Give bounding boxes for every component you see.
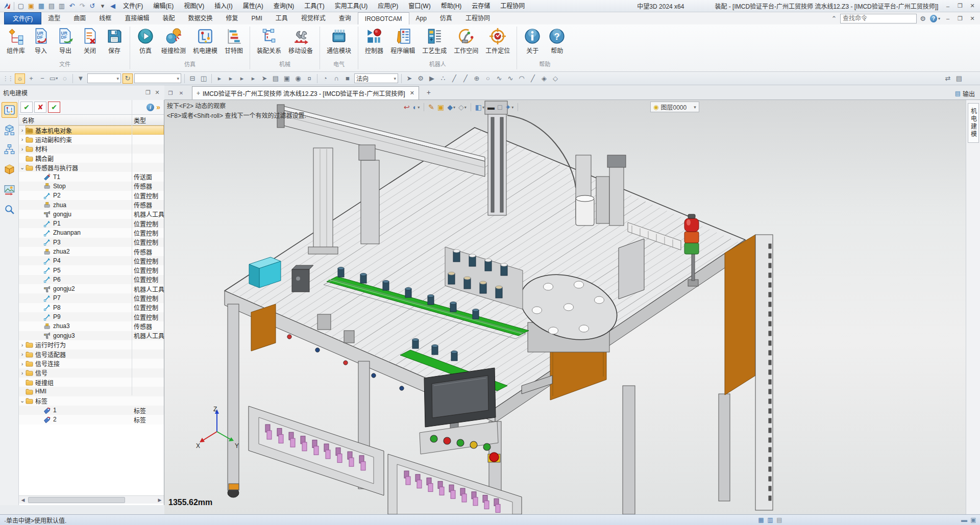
undo-icon[interactable]: ↶ <box>67 1 77 11</box>
pattern-a-icon[interactable]: ◈ <box>539 73 549 84</box>
tab-数据交换[interactable]: 数据交换 <box>181 12 219 24</box>
scroll-right-icon[interactable]: ▶ <box>156 496 164 504</box>
tree-row-P1[interactable]: P1位置控制 <box>19 219 164 228</box>
tree-row-Stop[interactable]: Stop传感器 <box>19 182 164 191</box>
tree-row-基本机电对象[interactable]: ›基本机电对象 <box>19 126 164 135</box>
multi-view-icon[interactable]: ✦▾ <box>505 103 514 111</box>
point-input-icon[interactable]: ∴ <box>438 73 448 84</box>
工件定位-button[interactable]: 工件定位 <box>482 26 513 56</box>
smart-select-icon[interactable]: ⚙ <box>415 73 426 84</box>
tree-row-P8[interactable]: P8位置控制 <box>19 303 164 312</box>
tab-造型[interactable]: 造型 <box>41 12 67 24</box>
tree-row-P5[interactable]: P5位置控制 <box>19 265 164 274</box>
exit-view-icon[interactable]: ↩ <box>404 103 410 111</box>
tab-PMI[interactable]: PMI <box>244 12 268 24</box>
polyline-input-icon[interactable]: ╱ <box>460 73 471 84</box>
search-input[interactable] <box>843 15 922 22</box>
tree-row-碰撞组[interactable]: 碰撞组 <box>19 378 164 387</box>
tree-row-传感器与执行器[interactable]: ⌄传感器与执行器 <box>19 163 164 172</box>
filter-icon[interactable]: ▼ <box>76 73 86 84</box>
layout-horizontal-icon[interactable]: ▬ <box>960 516 969 523</box>
expander-icon[interactable]: ⌄ <box>19 397 26 404</box>
compass-icon[interactable]: ◔ <box>320 73 330 84</box>
保存-button[interactable]: 保存 <box>103 26 126 56</box>
3d-model-canvas[interactable] <box>164 100 966 514</box>
tree-row-1[interactable]: 1标签 <box>19 406 164 415</box>
ref-plane-icon[interactable]: ▣ <box>437 103 444 111</box>
collapse-ribbon-icon[interactable]: ⌃ <box>829 13 839 23</box>
new-tab-button[interactable]: + <box>423 87 434 98</box>
menu-item-5[interactable]: 查询(N) <box>268 0 300 12</box>
scrollbar-thumb[interactable] <box>28 497 125 503</box>
arc-input-icon[interactable]: ◠ <box>517 73 527 84</box>
expander-icon[interactable]: ⌄ <box>19 164 26 171</box>
lasso-pick-icon[interactable]: ◌ <box>60 73 70 84</box>
window-pick-icon[interactable]: ▭▾ <box>48 73 59 84</box>
visual-manager-icon[interactable] <box>2 162 17 178</box>
tree-row-标签[interactable]: ⌄标签 <box>19 396 164 406</box>
print-icon[interactable]: ▤ <box>46 1 57 11</box>
menu-item-8[interactable]: 应用(P) <box>373 0 403 12</box>
mechatronics-manager-icon[interactable] <box>2 102 17 118</box>
tree-row-2[interactable]: 2标签 <box>19 415 164 424</box>
tree-row-P9[interactable]: P9位置控制 <box>19 312 164 321</box>
search-manager-icon[interactable] <box>2 202 17 217</box>
doc-close-button[interactable]: ✕ <box>967 14 978 23</box>
layer-visibility-icon[interactable]: ◉ <box>653 104 658 111</box>
tree-row-材料[interactable]: ›材料 <box>19 144 164 154</box>
tree-row-zhua2[interactable]: zhua2传感器 <box>19 247 164 256</box>
甘特图-button[interactable]: 甘特图 <box>222 26 246 56</box>
expander-icon[interactable]: › <box>19 342 26 348</box>
spline-input-icon[interactable]: ∿ <box>494 73 504 84</box>
doc-restore-icon[interactable]: ❐ <box>166 89 175 97</box>
save-file-icon[interactable]: ▦ <box>36 1 46 11</box>
pick-remove-icon[interactable]: − <box>37 73 47 84</box>
circle-input-icon[interactable]: ○ <box>483 73 493 84</box>
tab-工程协同[interactable]: 工程协同 <box>459 12 497 24</box>
tree-row-P7[interactable]: P7位置控制 <box>19 293 164 303</box>
menu-item-11[interactable]: 云存储 <box>467 0 495 12</box>
tree-row-P6[interactable]: P6位置控制 <box>19 275 164 284</box>
expander-icon[interactable]: › <box>19 351 26 357</box>
float-panel-icon[interactable]: ❐ <box>144 89 152 97</box>
tree-row-Zhuanpan[interactable]: Zhuanpan位置控制 <box>19 228 164 237</box>
ref-grid-icon[interactable]: ▦ <box>756 516 766 523</box>
document-tab[interactable]: + IMCD验证平台-广州工贸技师 流水线12.Z3 - [IMCD验证平台-广… <box>192 86 419 99</box>
tree-row-zhua3[interactable]: zhua3传感器 <box>19 321 164 331</box>
circle-center-icon[interactable]: ⊕ <box>472 73 482 84</box>
expander-icon[interactable]: › <box>19 361 26 367</box>
auto-run-icon[interactable]: ▶ <box>427 73 437 84</box>
tab-close-icon[interactable]: ✕ <box>410 90 414 96</box>
mechatronics-side-tab[interactable]: 机电建模 <box>968 103 979 143</box>
expander-icon[interactable]: › <box>19 146 26 152</box>
tab-视觉样式[interactable]: 视觉样式 <box>295 12 332 24</box>
section-view-icon[interactable]: ◧▾ <box>475 103 484 111</box>
doc-minimize-button[interactable]: – <box>942 14 953 23</box>
doc-panel-icon[interactable]: ▤ <box>775 516 784 523</box>
tab-曲面[interactable]: 曲面 <box>67 12 92 24</box>
column-type[interactable]: 类型 <box>132 116 146 124</box>
sketch-edit-icon[interactable]: ✎ <box>428 103 434 111</box>
pick-add-icon[interactable]: + <box>26 73 36 84</box>
regen-icon[interactable]: ↺ <box>87 1 97 11</box>
menu-item-4[interactable]: 属性(A) <box>238 0 268 12</box>
column-divider[interactable] <box>132 100 132 395</box>
open-file-icon[interactable]: ▣ <box>26 1 36 11</box>
移动设备-button[interactable]: 移动设备 <box>285 26 316 56</box>
ghost-display-icon[interactable]: ◫ <box>199 73 209 84</box>
menu-item-10[interactable]: 帮助(H) <box>436 0 467 12</box>
close-panel-icon[interactable]: ✕ <box>153 89 161 97</box>
filter-dropdown[interactable]: ▾ <box>87 73 121 83</box>
list-manager-icon[interactable]: ▤ <box>271 73 281 84</box>
tree-row-信号连接[interactable]: ›信号连接 <box>19 359 164 368</box>
redo-icon[interactable]: ↷ <box>77 1 87 11</box>
expander-icon[interactable]: › <box>19 370 26 376</box>
column-name[interactable]: 名称 <box>19 116 132 124</box>
doc-close-icon[interactable]: ✕ <box>177 89 185 97</box>
工作空间-button[interactable]: 工作空间 <box>451 26 481 56</box>
scroll-left-icon[interactable]: ◀ <box>19 496 27 504</box>
info-icon[interactable]: i <box>146 104 154 111</box>
pick-feature-icon[interactable]: ▸ <box>237 73 247 84</box>
apply-keep-button[interactable]: ✔ <box>48 102 60 113</box>
menu-item-1[interactable]: 编辑(E) <box>148 0 179 12</box>
